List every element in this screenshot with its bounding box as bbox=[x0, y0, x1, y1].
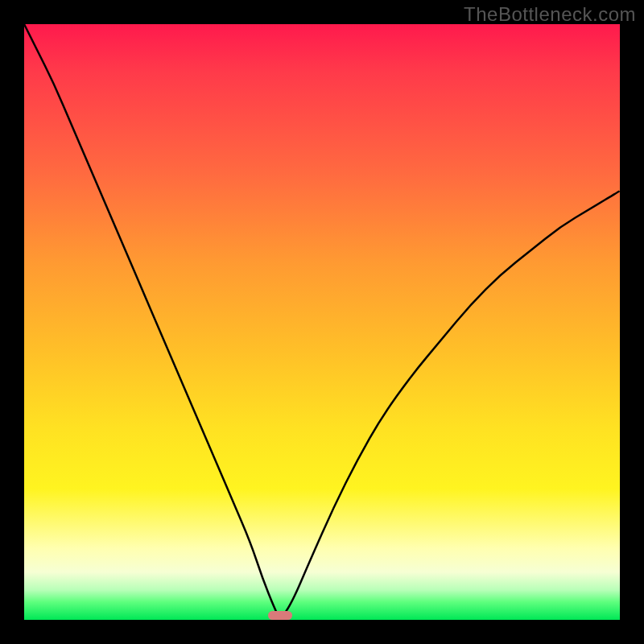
curve-layer bbox=[24, 24, 620, 620]
plot-area bbox=[24, 24, 620, 620]
watermark-text: TheBottleneck.com bbox=[464, 3, 636, 26]
chart-frame: TheBottleneck.com bbox=[0, 0, 644, 644]
bottleneck-marker bbox=[268, 611, 292, 620]
curve-right-branch bbox=[280, 191, 620, 620]
curve-left-branch bbox=[24, 24, 280, 620]
